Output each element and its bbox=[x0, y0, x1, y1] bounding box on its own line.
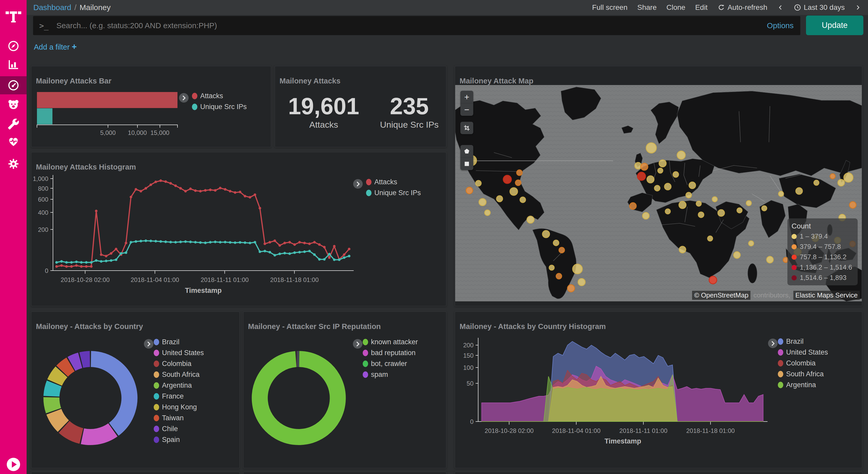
share-button[interactable]: Share bbox=[637, 3, 657, 11]
attack-circle[interactable] bbox=[658, 168, 663, 173]
sidebar-item-monitoring[interactable] bbox=[0, 132, 27, 150]
attack-circle[interactable] bbox=[542, 231, 550, 238]
fullscreen-button[interactable]: Full screen bbox=[592, 3, 627, 11]
attacks-histogram-chart[interactable]: 02004006008001,0002018-10-28 02:002018-1… bbox=[31, 152, 445, 305]
slice-hong-kong[interactable] bbox=[55, 372, 61, 383]
attack-circle[interactable] bbox=[497, 196, 503, 202]
legend-item-hong-kong[interactable]: Hong Kong bbox=[154, 403, 204, 411]
telekom-logo[interactable] bbox=[0, 4, 27, 26]
attack-circle[interactable] bbox=[838, 179, 844, 186]
sidebar-item-devtools[interactable] bbox=[0, 115, 27, 133]
attack-circle[interactable] bbox=[844, 173, 853, 182]
attack-circle[interactable] bbox=[637, 172, 646, 180]
attacks-bar-chart[interactable]: 5,00010,00015,000 bbox=[37, 92, 178, 125]
slice-spain[interactable] bbox=[82, 359, 90, 360]
draw-polygon-button[interactable] bbox=[460, 145, 473, 157]
legend-item-attacks[interactable]: Attacks bbox=[192, 92, 247, 100]
legend-item-unique-src-ips[interactable]: Unique Src IPs bbox=[192, 103, 247, 111]
legend-item-unique-src-ips[interactable]: Unique Src IPs bbox=[366, 189, 421, 197]
legend-item-argentina[interactable]: Argentina bbox=[154, 382, 204, 389]
bar-attacks[interactable] bbox=[37, 92, 178, 108]
attack-circle[interactable] bbox=[749, 241, 754, 246]
attack-circle[interactable] bbox=[517, 170, 522, 176]
attack-circle[interactable] bbox=[664, 183, 671, 190]
attack-circle[interactable] bbox=[559, 247, 564, 253]
sidebar-item-tpot[interactable] bbox=[0, 96, 27, 114]
legend-expand-icon[interactable] bbox=[144, 339, 153, 349]
attack-circle[interactable] bbox=[567, 285, 575, 292]
attack-circle[interactable] bbox=[643, 212, 649, 219]
sidebar-item-discover[interactable] bbox=[0, 37, 27, 55]
attack-circle[interactable] bbox=[778, 191, 783, 197]
attack-circle[interactable] bbox=[556, 273, 562, 279]
attack-circle[interactable] bbox=[527, 216, 534, 223]
attack-circle[interactable] bbox=[665, 209, 671, 214]
breadcrumb-dashboard-link[interactable]: Dashboard bbox=[33, 3, 71, 12]
slice-colombia[interactable] bbox=[64, 427, 82, 436]
legend-item-colombia[interactable]: Colombia bbox=[154, 360, 204, 368]
attack-circle[interactable] bbox=[677, 151, 685, 159]
attack-circle[interactable] bbox=[647, 176, 654, 183]
attack-circle[interactable] bbox=[641, 163, 648, 170]
attack-circle[interactable] bbox=[479, 199, 486, 206]
attack-circle[interactable] bbox=[849, 202, 856, 208]
attack-circle[interactable] bbox=[718, 210, 724, 216]
attack-circle[interactable] bbox=[686, 192, 691, 198]
legend-item-attacks[interactable]: Attacks bbox=[366, 178, 421, 186]
attack-circle[interactable] bbox=[679, 201, 686, 209]
query-options-link[interactable]: Options bbox=[767, 21, 800, 30]
edit-button[interactable]: Edit bbox=[695, 3, 708, 11]
legend-expand-icon[interactable] bbox=[768, 338, 778, 348]
attack-circle[interactable] bbox=[796, 188, 802, 195]
attack-circle[interactable] bbox=[553, 240, 559, 246]
sidebar-play-button[interactable] bbox=[0, 455, 27, 473]
legend-item-known-attacker[interactable]: known attacker bbox=[363, 338, 418, 346]
legend-item-south-africa[interactable]: South Africa bbox=[154, 371, 204, 379]
attack-circle[interactable] bbox=[659, 160, 666, 167]
attack-circle[interactable] bbox=[629, 203, 636, 209]
sidebar-item-management[interactable] bbox=[0, 155, 27, 173]
world-map[interactable]: + − bbox=[455, 85, 862, 301]
attack-circle[interactable] bbox=[698, 212, 704, 218]
sidebar-item-dashboard[interactable] bbox=[0, 76, 27, 94]
osm-attribution[interactable]: © OpenStreetMap bbox=[692, 291, 750, 300]
attack-circle[interactable] bbox=[475, 180, 481, 186]
attack-circle[interactable] bbox=[709, 276, 717, 284]
sidebar-item-visualize[interactable] bbox=[0, 55, 27, 73]
slice-chile[interactable] bbox=[71, 360, 80, 364]
slice-taiwan[interactable] bbox=[62, 364, 70, 371]
attack-circle[interactable] bbox=[689, 182, 696, 189]
attack-circle[interactable] bbox=[549, 265, 554, 270]
legend-item-argentina[interactable]: Argentina bbox=[778, 381, 828, 389]
legend-item-spam[interactable]: spam bbox=[363, 371, 418, 379]
attack-circle[interactable] bbox=[734, 252, 740, 259]
legend-item-france[interactable]: France bbox=[154, 392, 204, 401]
legend-expand-icon[interactable] bbox=[353, 339, 363, 349]
slice-brazil[interactable] bbox=[91, 359, 129, 429]
zoom-out-button[interactable]: − bbox=[460, 103, 473, 116]
attack-circle[interactable] bbox=[737, 208, 742, 213]
legend-item-brazil[interactable]: Brazil bbox=[778, 337, 828, 346]
attack-circle[interactable] bbox=[654, 185, 660, 191]
legend-item-united-states[interactable]: United States bbox=[778, 348, 828, 356]
time-picker-button[interactable]: Last 30 days bbox=[794, 3, 845, 11]
legend-item-brazil[interactable]: Brazil bbox=[154, 338, 204, 346]
attack-circle[interactable] bbox=[679, 246, 686, 253]
legend-item-united-states[interactable]: United States bbox=[154, 349, 204, 357]
attack-circle[interactable] bbox=[503, 175, 512, 183]
legend-item-bad-reputation[interactable]: bad reputation bbox=[363, 349, 418, 357]
attack-circle[interactable] bbox=[673, 172, 679, 177]
attack-circle[interactable] bbox=[520, 197, 526, 203]
ems-attribution[interactable]: Elastic Maps Service bbox=[793, 291, 860, 300]
attack-circle[interactable] bbox=[830, 174, 835, 179]
clone-button[interactable]: Clone bbox=[666, 3, 685, 11]
attack-circle[interactable] bbox=[510, 188, 518, 196]
legend-expand-icon[interactable] bbox=[353, 179, 363, 189]
attack-circle[interactable] bbox=[708, 236, 713, 241]
legend-item-colombia[interactable]: Colombia bbox=[778, 359, 828, 367]
legend-item-chile[interactable]: Chile bbox=[154, 425, 204, 433]
attacks-by-country-donut[interactable] bbox=[31, 312, 239, 468]
attack-circle[interactable] bbox=[767, 256, 773, 263]
attack-circle[interactable] bbox=[466, 187, 473, 194]
attack-circle[interactable] bbox=[712, 197, 717, 202]
